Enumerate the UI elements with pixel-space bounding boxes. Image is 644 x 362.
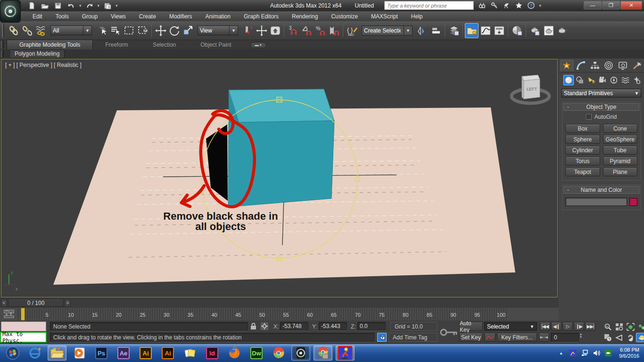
taskbar-chrome-icon[interactable] — [269, 346, 288, 361]
set-keys-key-icon[interactable] — [439, 322, 458, 342]
menu-rendering[interactable]: Rendering — [286, 12, 324, 21]
mini-curve-editor-button[interactable] — [3, 309, 15, 319]
window-crossing-toggle-icon[interactable] — [136, 23, 149, 38]
layer-manager-icon[interactable] — [447, 23, 461, 38]
time-slider-display[interactable]: 0 / 100 — [8, 299, 64, 307]
z-coordinate-field[interactable]: 0.0 — [357, 322, 386, 330]
teapot-button[interactable]: Teapot — [565, 167, 600, 176]
spinner-down-icon[interactable]: ▼ — [579, 336, 585, 338]
tray-app-icon[interactable] — [569, 349, 577, 357]
time-slider-handle[interactable] — [21, 308, 25, 321]
search-binoculars-icon[interactable] — [478, 1, 486, 10]
ribbon-grip[interactable] — [1, 41, 4, 49]
perspective-viewport[interactable]: [ + ] [ Perspective ] [ Realistic ] — [1, 59, 558, 297]
mirror-icon[interactable] — [415, 23, 429, 38]
collapse-icon[interactable]: - — [564, 187, 572, 193]
ribbon-tab-freeform[interactable]: Freeform — [93, 40, 140, 49]
zoom-extents-icon[interactable] — [625, 322, 636, 331]
menu-edit[interactable]: Edit — [26, 12, 49, 21]
taskbar-firefox-icon[interactable] — [225, 346, 244, 361]
ribbon-tab-graphite[interactable]: Graphite Modeling Tools — [7, 40, 93, 49]
tube-button[interactable]: Tube — [603, 146, 638, 155]
taskbar-explorer-icon[interactable] — [48, 346, 66, 361]
named-selection-set-dropdown[interactable]: Create Selection Se▼ — [362, 25, 413, 35]
taskbar-dreamweaver-icon[interactable]: Dw — [247, 346, 266, 361]
cylinder-button[interactable]: Cylinder — [565, 146, 600, 155]
selection-lock-icon[interactable] — [250, 322, 257, 331]
tray-volume-icon[interactable] — [593, 349, 600, 357]
maxscript-listener[interactable]: Max to Physc. — [0, 332, 47, 343]
selection-filter-dropdown[interactable]: All▼ — [50, 25, 92, 35]
autogrid-checkbox[interactable] — [586, 114, 592, 120]
rectangular-selection-region-icon[interactable] — [122, 23, 136, 38]
align-icon[interactable] — [429, 23, 443, 38]
taskbar-clock[interactable]: 6:08 PM 9/6/2016 — [616, 347, 639, 359]
search-input[interactable] — [384, 1, 474, 10]
application-menu-button[interactable] — [0, 0, 21, 23]
restore-button[interactable]: ❐ — [602, 1, 620, 9]
hierarchy-tab-icon[interactable] — [588, 60, 601, 71]
taskbar-photoshop-icon[interactable]: Ps — [92, 346, 111, 361]
percent-snap-toggle-icon[interactable]: % — [314, 23, 327, 38]
viewport-label[interactable]: [ + ] [ Perspective ] [ Realistic ] — [5, 62, 82, 68]
systems-category-icon[interactable] — [631, 75, 642, 85]
spinner-snap-toggle-icon[interactable] — [327, 23, 341, 38]
open-file-icon[interactable] — [40, 1, 50, 10]
taskbar-illustrator2-icon[interactable]: Ai — [158, 346, 177, 361]
ribbon-tab-object-paint[interactable]: Object Paint — [188, 40, 243, 49]
collapse-icon[interactable]: - — [564, 104, 572, 110]
box-front-face[interactable] — [228, 121, 334, 207]
select-and-link-icon[interactable] — [7, 23, 20, 38]
minimize-button[interactable]: — — [584, 1, 602, 9]
adaptive-degradation-toggle-icon[interactable] — [377, 333, 387, 342]
taskbar-photo-viewer-icon[interactable] — [181, 346, 199, 361]
angle-snap-toggle-icon[interactable] — [300, 23, 314, 38]
workspace-dropdown-arrow[interactable]: ▾ — [116, 3, 118, 8]
project-folder-icon[interactable] — [102, 1, 113, 10]
orbit-icon[interactable] — [636, 333, 644, 342]
bind-to-space-warp-icon[interactable] — [34, 23, 48, 38]
key-mode-toggle-button[interactable]: ⇤⇥ — [539, 333, 549, 342]
next-frame-button[interactable]: ❙▶ — [574, 322, 584, 331]
tray-nvidia-icon[interactable] — [604, 349, 612, 357]
cameras-category-icon[interactable] — [597, 75, 608, 85]
set-key-button[interactable]: Set Key — [459, 333, 483, 342]
select-and-scale-icon[interactable] — [181, 23, 195, 38]
create-tab-icon[interactable] — [561, 60, 573, 71]
communication-center-icon[interactable] — [502, 1, 511, 10]
save-file-icon[interactable] — [53, 1, 63, 10]
menu-tools[interactable]: Tools — [50, 12, 75, 21]
helpers-category-icon[interactable] — [609, 75, 619, 85]
named-selection-sets-icon[interactable]: { }ABC — [345, 23, 359, 38]
snaps-toggle-3d-icon[interactable]: 3 — [286, 23, 300, 38]
rendered-frame-window-icon[interactable] — [542, 23, 555, 38]
time-configuration-icon[interactable] — [602, 333, 613, 342]
timeline-ruler[interactable]: 0510152025303540455055606570758085909510… — [18, 308, 508, 321]
subscription-key-icon[interactable] — [490, 1, 498, 10]
undo-dropdown-arrow[interactable]: ▾ — [79, 3, 82, 8]
unlink-selection-icon[interactable] — [20, 23, 34, 38]
current-frame-field[interactable]: 0 — [551, 333, 579, 342]
primitives-category-dropdown[interactable]: Standard Primitives ▼ — [561, 89, 641, 98]
taskbar-media-player-icon[interactable] — [70, 346, 89, 361]
schematic-view-icon[interactable] — [492, 23, 506, 38]
cone-button[interactable]: Cone — [603, 124, 638, 133]
zoom-icon[interactable]: ± — [602, 322, 613, 331]
box-top-face[interactable] — [229, 89, 334, 123]
motion-tab-icon[interactable] — [603, 60, 615, 71]
select-and-move-icon[interactable] — [154, 23, 167, 38]
play-button[interactable]: ▷ — [562, 322, 573, 331]
utilities-tab-icon[interactable] — [630, 60, 643, 71]
taskbar-indesign-icon[interactable]: Id — [203, 346, 222, 361]
x-coordinate-field[interactable]: -53.748 — [280, 322, 308, 330]
taskbar-active-app-icon[interactable] — [336, 346, 355, 361]
sphere-button[interactable]: Sphere — [565, 135, 600, 144]
pan-hand-icon[interactable] — [625, 333, 636, 342]
pyramid-button[interactable]: Pyramid — [603, 156, 638, 165]
ribbon-grip[interactable] — [1, 50, 4, 58]
toolbar-grip[interactable] — [2, 24, 4, 38]
menu-maxscript[interactable]: MAXScript — [365, 12, 404, 21]
object-type-rollout-header[interactable]: - Object Type — [563, 103, 639, 111]
viewcube-face-label[interactable]: LEFT — [527, 87, 537, 91]
reference-coordinate-dropdown[interactable]: View▼ — [198, 25, 238, 35]
